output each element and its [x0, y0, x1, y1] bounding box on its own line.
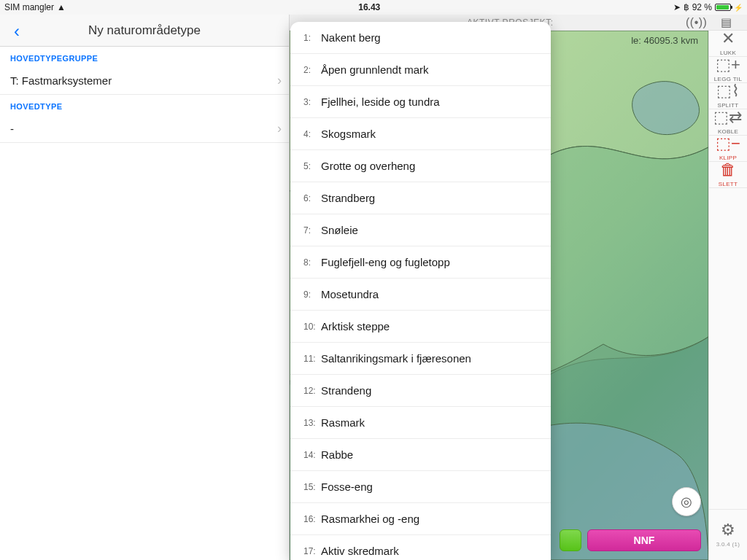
charging-icon: ⚡ [734, 4, 743, 12]
hovedtypegruppe-value: T: Fastmarksystemer [10, 74, 112, 87]
status-bar: SIM mangler ▲ 16.43 ➤ ฿ 92 % ⚡ [0, 0, 747, 15]
nnf-button[interactable]: NNF [587, 529, 701, 551]
klipp-icon: ⬚− [716, 136, 740, 152]
hovedtype-option[interactable]: 5:Grotte og overheng [290, 150, 551, 182]
option-index: 4: [303, 129, 321, 139]
tool-koble[interactable]: ⬚⇄KOBLE [709, 109, 747, 136]
hovedtype-picker-scroll[interactable]: 1:Nakent berg2:Åpen grunnlendt mark3:Fje… [290, 22, 551, 560]
broadcast-icon[interactable]: ((•)) [686, 16, 706, 29]
tool-lukk[interactable]: ✕LUKK [709, 31, 747, 57]
option-index: 1: [303, 33, 321, 43]
option-label: Skogsmark [321, 128, 376, 140]
option-label: Aktiv skredmark [321, 545, 399, 557]
slett-icon: 🗑 [720, 162, 736, 178]
tool-sidebar: ✕LUKK⬚+LEGG TIL⬚⌇SPLITT⬚⇄KOBLE⬚−KLIPP🗑SL… [708, 31, 747, 560]
option-label: Fosse-eng [321, 481, 373, 493]
settings-button[interactable]: ⚙ 3.0.4 (1) [709, 509, 747, 560]
option-label: Arktisk steppe [321, 320, 390, 332]
wifi-icon: ▲ [57, 2, 66, 12]
option-index: 16: [303, 514, 321, 524]
battery-icon [715, 4, 731, 11]
hovedtype-picker: 1:Nakent berg2:Åpen grunnlendt mark3:Fje… [290, 22, 551, 560]
version-label: 3.0.4 (1) [716, 541, 740, 548]
tool-splitt[interactable]: ⬚⌇SPLITT [709, 83, 747, 109]
tool-slett[interactable]: 🗑SLETT [709, 162, 747, 188]
layers-icon[interactable]: ▤ [716, 15, 737, 29]
hovedtype-option[interactable]: 6:Strandberg [290, 182, 551, 214]
tool-klipp[interactable]: ⬚−KLIPP [709, 136, 747, 162]
polygon-area-readout: le: 46095.3 kvm [631, 35, 698, 46]
gear-icon: ⚙ [721, 522, 735, 538]
option-label: Rabbe [321, 448, 353, 461]
hovedtype-option[interactable]: 12:Strandeng [290, 375, 551, 407]
clock: 16.43 [66, 2, 673, 12]
option-label: Fuglefjell-eng og fugletopp [321, 256, 450, 268]
chevron-right-icon: › [277, 121, 282, 136]
tool-leggtil[interactable]: ⬚+LEGG TIL [709, 57, 747, 83]
chevron-right-icon: › [277, 73, 282, 88]
bluetooth-icon: ฿ [684, 2, 689, 12]
nnf-button-label: NNF [634, 534, 655, 546]
hovedtype-option[interactable]: 7:Snøleie [290, 214, 551, 246]
option-index: 6: [303, 193, 321, 203]
splitt-icon: ⬚⌇ [716, 83, 740, 99]
lukk-icon: ✕ [721, 31, 735, 47]
hovedtype-option[interactable]: 11:Saltanrikingsmark i fjæresonen [290, 343, 551, 375]
option-index: 7: [303, 225, 321, 236]
option-label: Strandberg [321, 192, 375, 204]
option-label: Åpen grunnlendt mark [321, 63, 429, 76]
leggtil-icon: ⬚+ [716, 57, 740, 73]
locate-button[interactable]: ◎ [672, 487, 701, 516]
back-button[interactable]: ‹ [6, 20, 28, 42]
option-label: Mosetundra [321, 288, 379, 300]
option-label: Strandeng [321, 384, 371, 397]
hovedtype-option[interactable]: 8:Fuglefjell-eng og fugletopp [290, 246, 551, 279]
option-index: 3: [303, 97, 321, 107]
hovedtype-value: - [10, 122, 14, 135]
option-index: 9: [303, 289, 321, 300]
hovedtype-option[interactable]: 2:Åpen grunnlendt mark [290, 54, 551, 86]
option-index: 13: [303, 418, 321, 428]
hovedtype-label: HOVEDTYPE [0, 95, 289, 115]
panel-title: Ny naturområdetype [88, 23, 201, 38]
panel-header: ‹ Ny naturområdetype [0, 15, 289, 47]
option-index: 11: [303, 354, 321, 364]
hovedtype-option[interactable]: 13:Rasmark [290, 407, 551, 439]
option-label: Rasmarkhei og -eng [321, 513, 419, 525]
hovedtypegruppe-row[interactable]: T: Fastmarksystemer › [0, 67, 289, 95]
carrier-label: SIM mangler [4, 2, 54, 12]
option-label: Saltanrikingsmark i fjæresonen [321, 352, 471, 365]
battery-pct: 92 % [692, 2, 712, 12]
hovedtype-option[interactable]: 14:Rabbe [290, 439, 551, 471]
option-label: Fjellhei, leside og tundra [321, 96, 440, 108]
option-index: 8: [303, 257, 321, 268]
location-arrow-icon: ➤ [673, 2, 681, 12]
crosshair-icon: ◎ [681, 494, 692, 510]
hovedtype-option[interactable]: 15:Fosse-eng [290, 471, 551, 503]
left-panel: ‹ Ny naturområdetype HOVEDTYPEGRUPPE T: … [0, 15, 290, 560]
option-label: Nakent berg [321, 31, 381, 44]
confirm-button[interactable] [560, 529, 581, 551]
tool-label: SLETT [719, 181, 738, 187]
option-label: Rasmark [321, 416, 365, 429]
option-index: 2: [303, 65, 321, 75]
hovedtype-option[interactable]: 10:Arktisk steppe [290, 311, 551, 343]
option-index: 14: [303, 450, 321, 460]
hovedtype-option[interactable]: 17:Aktiv skredmark [290, 535, 551, 560]
hovedtype-option[interactable]: 1:Nakent berg [290, 22, 551, 54]
koble-icon: ⬚⇄ [713, 109, 743, 125]
hovedtype-row[interactable]: - › [0, 115, 289, 143]
chevron-left-icon: ‹ [14, 21, 20, 42]
hovedtypegruppe-label: HOVEDTYPEGRUPPE [0, 47, 289, 67]
option-label: Snøleie [321, 224, 358, 236]
option-index: 5: [303, 161, 321, 171]
option-index: 17: [303, 546, 321, 556]
hovedtype-option[interactable]: 16:Rasmarkhei og -eng [290, 503, 551, 535]
hovedtype-option[interactable]: 4:Skogsmark [290, 118, 551, 150]
option-index: 12: [303, 386, 321, 396]
option-index: 10: [303, 322, 321, 332]
option-index: 15: [303, 482, 321, 492]
option-label: Grotte og overheng [321, 160, 415, 172]
hovedtype-option[interactable]: 3:Fjellhei, leside og tundra [290, 86, 551, 118]
hovedtype-option[interactable]: 9:Mosetundra [290, 279, 551, 311]
